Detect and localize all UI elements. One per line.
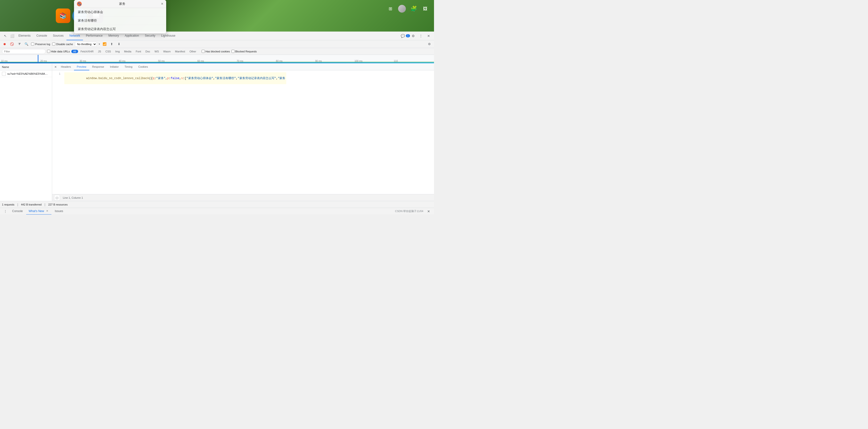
format-button[interactable]: { } <box>54 195 60 201</box>
tab-timing[interactable]: Timing <box>122 64 135 70</box>
preview-panel: ✕ Headers Preview Response Initiator Tim… <box>52 64 434 201</box>
filter-js[interactable]: JS <box>96 50 103 53</box>
puzzle-icon[interactable]: 🧩 <box>410 5 417 12</box>
transferred-size: 442 B transferred <box>21 203 42 206</box>
devtools-panel: ↖ ⬜ Elements Console Sources Network Per… <box>0 32 434 214</box>
grid-icon[interactable]: ⊞ <box>386 5 394 12</box>
filter-type-group: All Fetch/XHR JS CSS Img Media Font Doc … <box>71 50 198 53</box>
paw-icon: 🐾 <box>77 1 82 6</box>
search-dropdown-header: 🐾 家务 × <box>74 0 166 8</box>
search-title: 家务 <box>84 2 161 6</box>
wifi-icon[interactable]: 📶 <box>102 41 107 47</box>
filter-ws[interactable]: WS <box>153 50 161 53</box>
bottom-tab-whatsnew[interactable]: What's New ✕ <box>26 208 52 215</box>
timeline-bar[interactable]: 10 ms 20 ms 30 ms 40 ms 50 ms 60 ms 70 m… <box>0 55 434 64</box>
tab-cookies[interactable]: Cookies <box>135 64 151 70</box>
message-icon[interactable]: 💬 1 <box>402 32 409 39</box>
code-paren: ( <box>149 77 151 80</box>
format-bar: { } Line 1, Column 1 <box>52 194 434 201</box>
throttle-select[interactable]: No throttling <box>75 42 97 47</box>
code-content: window.baidu_so_csdn_lenovo_callback({q:… <box>64 72 286 84</box>
search-suggestion-3[interactable]: 家务劳动记录表内容怎么写 <box>74 25 166 33</box>
more-options-icon[interactable]: ⋮ <box>417 32 424 39</box>
file-item[interactable]: su?wd=%E5%AE%B6%E5%8A%A1&p=3&cb=win... <box>0 70 52 77</box>
file-list: su?wd=%E5%AE%B6%E5%8A%A1&p=3&cb=win... <box>0 70 52 201</box>
filter-other[interactable]: Other <box>188 50 198 53</box>
user-avatar[interactable] <box>398 5 406 12</box>
file-item-name: su?wd=%E5%AE%B6%E5%8A%A1&p=3&cb=win... <box>7 72 50 75</box>
bottom-close-button[interactable]: ✕ <box>425 208 432 215</box>
upload-icon[interactable]: ⬆ <box>109 41 115 47</box>
filter-icon[interactable]: ⧩ <box>17 41 22 47</box>
timeline-indicator <box>38 55 38 63</box>
requests-count: 1 requests <box>2 203 14 206</box>
filter-manifest[interactable]: Manifest <box>173 50 187 53</box>
tab-response[interactable]: Response <box>89 64 107 70</box>
preserve-log-checkbox[interactable]: Preserve log <box>31 42 50 45</box>
whatsnew-close-button[interactable]: ✕ <box>45 209 49 213</box>
code-val-s4: "家务 <box>278 77 285 80</box>
tab-initiator[interactable]: Initiator <box>107 64 122 70</box>
settings-cog[interactable]: ⚙ <box>427 41 432 47</box>
search-suggestion-2[interactable]: 家务活有哪些 <box>74 17 166 25</box>
message-badge: 1 <box>406 34 410 37</box>
device-icon[interactable]: ⬜ <box>9 32 16 39</box>
search-icon[interactable]: 🔍 <box>24 41 29 47</box>
filter-input[interactable] <box>2 49 45 54</box>
image-icon[interactable]: 🖼 <box>422 5 429 12</box>
app-icon-orange[interactable]: 📚 <box>56 8 70 23</box>
bottom-right-text: CSDN 帮你提脑子11/04 <box>395 209 423 213</box>
filter-wasm[interactable]: Wasm <box>161 50 173 53</box>
tab-preview[interactable]: Preview <box>74 64 89 70</box>
close-devtools-button[interactable]: ✕ <box>425 32 432 39</box>
filter-font[interactable]: Font <box>134 50 143 53</box>
clear-button[interactable]: 🚫 <box>9 41 14 47</box>
search-suggestion-1[interactable]: 家务劳动心得体会 <box>74 8 166 17</box>
blocked-requests-checkbox[interactable]: Blocked Requests <box>231 50 257 53</box>
filter-img[interactable]: Img <box>113 50 122 53</box>
code-line-1: 1 window.baidu_so_csdn_lenovo_callback({… <box>54 72 432 84</box>
tab-headers[interactable]: Headers <box>58 64 74 70</box>
main-content: Name su?wd=%E5%AE%B6%E5%8A%A1&p=3&cb=win… <box>0 64 434 201</box>
timeline-green-line <box>0 62 434 62</box>
filter-fetchxhr[interactable]: Fetch/XHR <box>79 50 96 53</box>
devtools-tab-bar: ↖ ⬜ Elements Console Sources Network Per… <box>0 32 434 40</box>
bottom-more-icon[interactable]: ⋮ <box>2 208 9 215</box>
code-function: window.baidu_so_csdn_lenovo_callback <box>86 77 149 80</box>
sep2: | <box>44 203 45 206</box>
search-dropdown: 🐾 家务 × 家务劳动心得体会 家务活有哪些 家务劳动记录表内容怎么写 <box>74 0 166 33</box>
devtools-right-icons: 💬 1 ⚙ ⋮ ✕ <box>402 32 432 39</box>
bottom-tab-console[interactable]: Console <box>10 208 25 215</box>
code-val-p: false <box>171 77 180 80</box>
timeline-progress-bar <box>0 62 434 63</box>
timeline-progress <box>0 62 434 63</box>
search-close-button[interactable]: × <box>161 2 163 6</box>
file-panel: Name su?wd=%E5%AE%B6%E5%8A%A1&p=3&cb=win… <box>0 64 52 201</box>
bottom-tab-issues[interactable]: Issues <box>53 208 66 215</box>
bottom-bar: ⋮ Console What's New ✕ Issues CSDN 帮你提脑子… <box>0 208 434 214</box>
settings-icon[interactable]: ⚙ <box>410 32 416 39</box>
tab-sources[interactable]: Sources <box>50 32 66 40</box>
system-icons: ⊞ 🧩 🖼 <box>386 5 429 12</box>
preview-close-button[interactable]: ✕ <box>53 65 58 69</box>
line-col-info: Line 1, Column 1 <box>63 196 83 199</box>
filter-media[interactable]: Media <box>122 50 133 53</box>
cursor-icon[interactable]: ↖ <box>2 32 9 39</box>
throttle-chevron <box>99 43 100 45</box>
resources-size: 227 B resources <box>48 203 68 206</box>
tab-console[interactable]: Console <box>33 32 50 40</box>
has-blocked-cookies-checkbox[interactable]: Has blocked cookies <box>202 50 230 53</box>
filter-row: Hide data URLs All Fetch/XHR JS CSS Img … <box>0 48 434 55</box>
filter-css[interactable]: CSS <box>103 50 113 53</box>
hide-data-urls-checkbox[interactable]: Hide data URLs <box>47 50 70 53</box>
record-button[interactable]: ⏺ <box>2 41 7 47</box>
preview-tab-bar: ✕ Headers Preview Response Initiator Tim… <box>52 64 434 70</box>
code-val-q: "家务" <box>156 77 165 80</box>
code-val-s1: "家务劳动心得体会" <box>186 77 213 80</box>
filter-doc[interactable]: Doc <box>143 50 152 53</box>
download-icon[interactable]: ⬇ <box>117 41 122 47</box>
disable-cache-checkbox[interactable]: Disable cache <box>52 42 73 45</box>
filter-all[interactable]: All <box>71 50 78 53</box>
tab-elements[interactable]: Elements <box>16 32 33 40</box>
code-val-s2: "家务活有哪些" <box>215 77 236 80</box>
